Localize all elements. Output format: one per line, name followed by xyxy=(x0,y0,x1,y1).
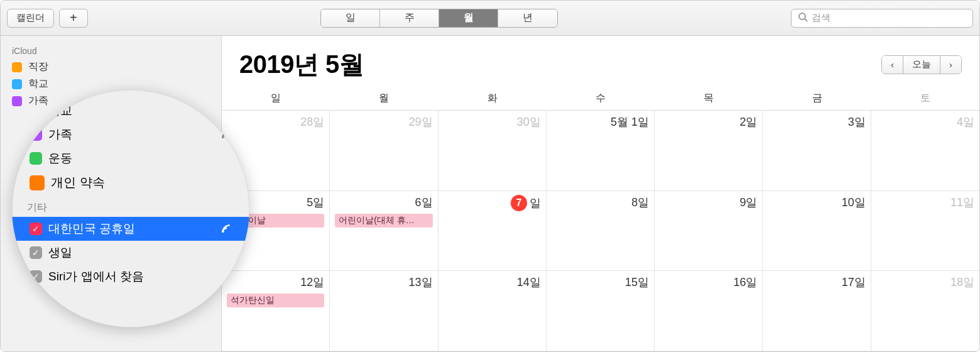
month-nav[interactable]: ‹ 오늘 › xyxy=(881,55,962,74)
day-number: 30일 xyxy=(444,114,541,129)
subscription-icon xyxy=(220,223,232,234)
calendar-day-cell[interactable]: 7일 xyxy=(438,191,547,271)
calendar-day-cell[interactable]: 6일어린이날(대체 휴… xyxy=(330,191,438,271)
today-button[interactable]: 오늘 xyxy=(903,56,940,74)
day-number: 6일 xyxy=(335,195,432,210)
calendar-day-cell[interactable]: 8일 xyxy=(547,191,655,271)
day-number: 7일 xyxy=(444,195,541,211)
sidebar-item-label: 개인 약속 xyxy=(51,174,105,191)
day-number: 28일 xyxy=(227,114,324,129)
day-number: 15일 xyxy=(552,275,649,290)
day-number: 12일 xyxy=(227,275,324,290)
dow-label: 금 xyxy=(763,87,871,110)
view-year[interactable]: 년 xyxy=(498,9,557,27)
sidebar-item[interactable]: 학교 xyxy=(1,75,221,92)
calendar-color-chip xyxy=(12,62,22,72)
sidebar-item-sports[interactable]: 운동 xyxy=(12,146,249,170)
calendar-color-chip xyxy=(30,175,45,190)
day-number: 8일 xyxy=(552,195,649,210)
svg-point-3 xyxy=(222,231,224,233)
sidebar-item-label: 가족 xyxy=(28,94,48,107)
calendar-week-row: 12일석가탄신일13일14일15일16일17일18일 xyxy=(222,271,979,351)
calendar-day-cell[interactable]: 9일 xyxy=(655,191,763,271)
calendar-grid[interactable]: 28일29일30일5월 1일2일3일4일5일어린이날6일어린이날(대체 휴…7일… xyxy=(222,111,979,351)
calendar-day-cell[interactable]: 5월 1일 xyxy=(547,111,655,190)
day-number: 14일 xyxy=(444,275,541,290)
dow-label: 화 xyxy=(438,87,547,110)
month-title: 2019년 5월 xyxy=(239,47,364,82)
calendar-day-cell[interactable]: 12일석가탄신일 xyxy=(222,271,330,351)
sidebar-item-personal[interactable]: 개인 약속 xyxy=(12,170,249,195)
calendar-day-cell[interactable]: 2일 xyxy=(655,111,763,190)
day-number: 5월 1일 xyxy=(552,114,649,129)
sidebar-item-kr-holidays[interactable]: ✓ 대한민국 공휴일 xyxy=(12,217,249,241)
search-placeholder: 검색 xyxy=(812,12,830,24)
dow-label: 월 xyxy=(330,87,438,110)
calendar-event[interactable]: 석가탄신일 xyxy=(227,294,324,307)
sidebar-section-icloud: iCloud xyxy=(1,43,221,58)
view-month[interactable]: 월 xyxy=(439,9,498,27)
calendar-color-chip xyxy=(12,96,22,106)
calendars-button[interactable]: 캘린더 xyxy=(7,9,54,28)
view-week[interactable]: 주 xyxy=(380,9,439,27)
sidebar-item-label: 학교 xyxy=(28,77,48,91)
dow-label: 목 xyxy=(655,87,763,110)
calendar-day-cell[interactable]: 16일 xyxy=(655,271,763,351)
sidebar-item-siri-found[interactable]: ✓ Siri가 앱에서 찾음 xyxy=(12,265,249,289)
calendar-day-cell[interactable]: 14일 xyxy=(438,271,547,351)
calendar-color-chip xyxy=(30,152,42,165)
day-number: 17일 xyxy=(768,275,865,290)
calendar-week-row: 28일29일30일5월 1일2일3일4일 xyxy=(222,111,979,191)
view-day[interactable]: 일 xyxy=(321,9,380,27)
sidebar-magnified-lens: 직장 학교 가족 운동 xyxy=(12,90,249,327)
calendar-window: 캘린더 + 일 주 월 년 검색 iCloud 직장학교가족 2019년 5월 xyxy=(0,0,980,352)
day-number: 4일 xyxy=(876,114,974,129)
checkbox-checked-icon[interactable]: ✓ xyxy=(30,246,42,259)
search-icon xyxy=(798,12,808,24)
day-number: 3일 xyxy=(768,114,865,129)
today-indicator: 7 xyxy=(511,195,527,211)
calendar-day-cell[interactable]: 11일 xyxy=(871,191,979,271)
sidebar-item-label: 생일 xyxy=(48,245,72,261)
day-number: 10일 xyxy=(768,195,865,210)
add-event-button[interactable]: + xyxy=(59,9,88,28)
prev-month-button[interactable]: ‹ xyxy=(882,56,903,74)
calendar-day-cell[interactable]: 29일 xyxy=(330,111,438,190)
calendar-day-cell[interactable]: 18일 xyxy=(871,271,979,351)
sidebar-item-birthdays[interactable]: ✓ 생일 xyxy=(12,241,249,265)
next-month-button[interactable]: › xyxy=(940,56,961,74)
calendar-day-cell[interactable]: 17일 xyxy=(763,271,871,351)
calendar-day-cell[interactable]: 13일 xyxy=(330,271,438,351)
calendar-main: 2019년 5월 ‹ 오늘 › 일월화수목금토 28일29일30일5월 1일2일… xyxy=(222,36,979,351)
day-of-week-header: 일월화수목금토 xyxy=(222,87,979,111)
sidebar-item-label: Siri가 앱에서 찾음 xyxy=(48,268,144,285)
sidebar-item-label: 직장 xyxy=(28,60,48,74)
sidebar-item-label: 가족 xyxy=(48,126,72,143)
calendar-day-cell[interactable]: 4일 xyxy=(871,111,979,190)
search-field[interactable]: 검색 xyxy=(791,9,973,28)
checkbox-checked-icon[interactable]: ✓ xyxy=(30,223,42,235)
day-number: 16일 xyxy=(660,275,757,290)
day-number: 2일 xyxy=(660,114,757,129)
calendar-day-cell[interactable]: 30일 xyxy=(438,111,547,190)
view-segmented-control[interactable]: 일 주 월 년 xyxy=(320,9,558,28)
sidebar-item[interactable]: 직장 xyxy=(1,58,221,75)
sidebar-section-other: 기타 xyxy=(12,195,249,217)
calendar-day-cell[interactable]: 10일 xyxy=(763,191,871,271)
dow-label: 토 xyxy=(871,87,979,110)
day-number: 9일 xyxy=(660,195,757,210)
sidebar-item-family[interactable]: 가족 xyxy=(12,123,249,146)
calendar-color-chip xyxy=(12,79,22,89)
toolbar: 캘린더 + 일 주 월 년 검색 xyxy=(1,1,979,36)
day-number: 11일 xyxy=(876,195,974,210)
calendar-event[interactable]: 어린이날(대체 휴… xyxy=(335,214,432,228)
calendar-day-cell[interactable]: 15일 xyxy=(547,271,655,351)
day-number: 18일 xyxy=(876,275,974,290)
dow-label: 수 xyxy=(547,87,655,110)
calendar-day-cell[interactable]: 3일 xyxy=(763,111,871,190)
calendar-week-row: 5일어린이날6일어린이날(대체 휴…7일8일9일10일11일 xyxy=(222,191,979,272)
svg-line-1 xyxy=(805,19,807,21)
day-number: 29일 xyxy=(335,114,432,129)
sidebar-item-label: 대한민국 공휴일 xyxy=(48,221,135,237)
svg-point-0 xyxy=(799,13,805,19)
